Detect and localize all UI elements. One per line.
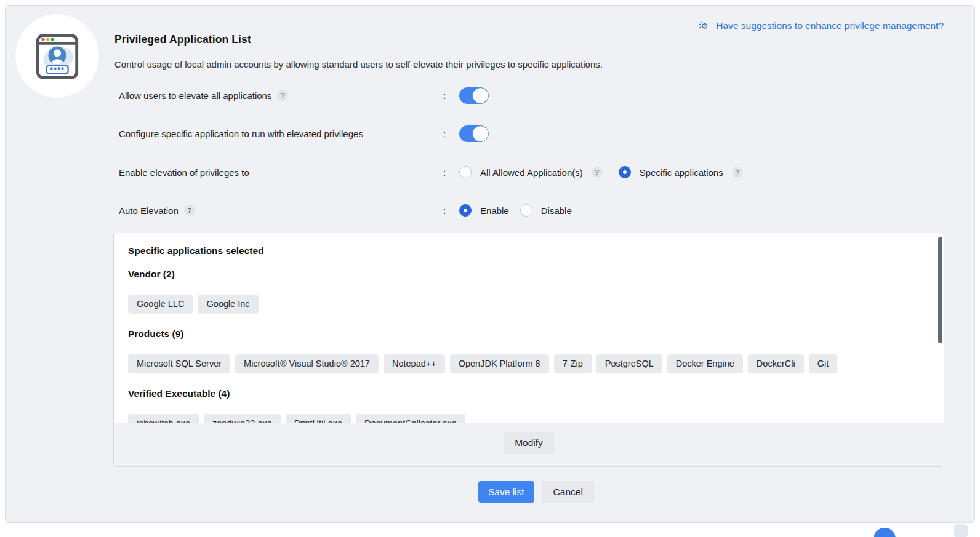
product-chip: Docker Engine [667, 354, 743, 373]
page-subtitle: Control usage of local admin accounts by… [114, 59, 730, 70]
radio-auto-elevation-disable[interactable] [520, 204, 532, 217]
toggle-knob [472, 87, 489, 104]
product-chip: Notepad++ [384, 354, 445, 373]
vendor-heading: Vendor (2) [128, 269, 929, 280]
vendor-chip: Google LLC [128, 295, 193, 314]
specific-applications-panel: Specific applications selected Vendor (2… [113, 233, 944, 467]
product-chip: PostgreSQL [596, 354, 662, 373]
help-icon[interactable]: ? [184, 205, 195, 216]
allow-all-label: Allow users to elevate all applications [119, 90, 271, 101]
app-window-password-icon: **** [15, 14, 99, 98]
page-title: Privileged Application List [114, 33, 730, 46]
privilege-settings-page: Have suggestions to enhance privilege ma… [5, 5, 975, 523]
products-group: Products (9) Microsoft SQL ServerMicroso… [128, 328, 929, 373]
product-chip: OpenJDK Platform 8 [450, 354, 549, 373]
executable-chip: jabswitch.exe [128, 414, 199, 423]
save-list-button[interactable]: Save list [478, 481, 534, 503]
suggestion-link-label: Have suggestions to enhance privilege ma… [716, 20, 944, 31]
vendor-chip-row: Google LLCGoogle Inc [128, 295, 929, 314]
verified-executable-group: Verified Executable (4) jabswitch.exezan… [128, 388, 929, 423]
panel-title: Specific applications selected [128, 245, 929, 257]
colon: : [443, 90, 446, 101]
panel-footer: Modify [114, 423, 944, 467]
radio-specific-label[interactable]: Specific applications [640, 167, 723, 178]
suggestion-link[interactable]: Have suggestions to enhance privilege ma… [697, 19, 944, 32]
row-allow-elevate-all: Allow users to elevate all applications … [119, 87, 894, 104]
products-heading: Products (9) [128, 328, 929, 340]
cancel-button[interactable]: Cancel [542, 481, 594, 503]
help-icon[interactable]: ? [732, 167, 743, 178]
product-chip: Microsoft® Visual Studio® 2017 [235, 354, 379, 373]
row-auto-elevation: Auto Elevation ? : Enable Disable [119, 202, 894, 219]
colon: : [443, 167, 446, 178]
radio-all-allowed-label[interactable]: All Allowed Application(s) [480, 167, 583, 178]
executable-chip: DocumentCollector.exe [356, 414, 465, 423]
radio-enable-label[interactable]: Enable [480, 205, 509, 216]
bulb-gear-icon [697, 19, 710, 32]
verified-executable-heading: Verified Executable (4) [128, 388, 929, 399]
toggle-knob [472, 125, 489, 142]
product-chip: DockerCli [748, 354, 804, 373]
elevation-scope-label: Enable elevation of privileges to [119, 167, 249, 178]
floating-action-button-partial[interactable] [874, 528, 896, 537]
products-chip-row: Microsoft SQL ServerMicrosoft® Visual St… [128, 354, 929, 373]
executable-chip: PrintUtil.exe [286, 414, 351, 423]
auto-elevation-label: Auto Elevation [119, 205, 179, 216]
panel-scroll-area: Specific applications selected Vendor (2… [114, 233, 944, 423]
svg-text:****: **** [50, 65, 65, 74]
configure-specific-toggle[interactable] [459, 125, 488, 142]
product-chip: Microsoft SQL Server [128, 354, 230, 373]
row-elevation-scope: Enable elevation of privileges to : All … [119, 164, 894, 181]
footer-actions: Save list Cancel [478, 481, 594, 503]
help-icon[interactable]: ? [277, 90, 288, 101]
radio-auto-elevation-enable[interactable] [459, 204, 472, 217]
colon: : [443, 205, 446, 216]
radio-all-allowed-applications[interactable] [459, 166, 472, 178]
colon: : [443, 129, 446, 139]
panel-scrollbar-thumb[interactable] [938, 237, 942, 343]
vendor-chip: Google Inc [198, 295, 258, 314]
verified-executable-chip-row: jabswitch.exezandwin32.exePrintUtil.exeD… [128, 414, 929, 423]
vendor-group: Vendor (2) Google LLCGoogle Inc [128, 269, 929, 314]
configure-specific-label: Configure specific application to run wi… [119, 129, 363, 139]
radio-disable-label[interactable]: Disable [541, 205, 572, 216]
product-chip: Git [809, 354, 838, 373]
product-chip: 7-Zip [554, 354, 592, 373]
radio-specific-applications[interactable] [619, 166, 631, 178]
floating-widget-partial [954, 524, 968, 537]
executable-chip: zandwin32.exe [204, 414, 281, 423]
row-configure-specific: Configure specific application to run wi… [119, 125, 894, 142]
modify-button[interactable]: Modify [504, 432, 554, 454]
allow-all-toggle[interactable] [459, 87, 488, 104]
help-icon[interactable]: ? [592, 167, 603, 178]
